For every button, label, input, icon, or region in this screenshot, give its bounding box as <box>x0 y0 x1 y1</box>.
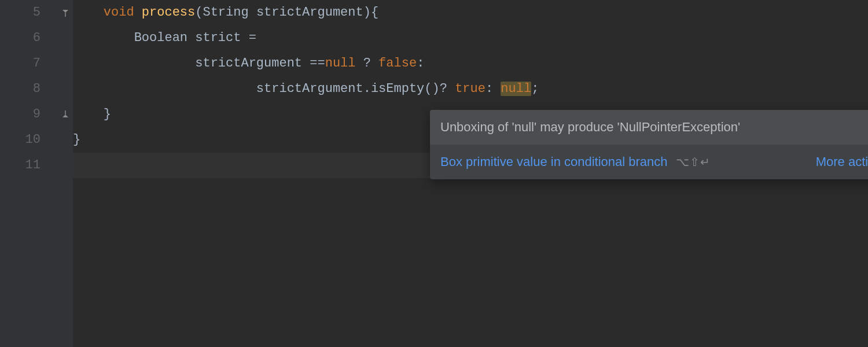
inspection-message: Unboxing of 'null' may produce 'NullPoin… <box>440 120 740 135</box>
equals: = <box>249 31 256 45</box>
fold-toggle-icon[interactable] <box>60 8 71 18</box>
line-number-gutter: 5 6 7 8 9 10 11 <box>0 0 58 347</box>
brace-close: } <box>104 107 111 121</box>
method-name: process <box>142 5 195 20</box>
code-line[interactable]: strictArgument.isEmpty()? true: null; <box>73 76 868 102</box>
more-actions-label: More actions... <box>816 154 868 169</box>
op-eq: == <box>302 56 325 71</box>
line-number: 10 <box>0 127 41 153</box>
inspection-actions-row: Box primitive value in conditional branc… <box>430 145 868 179</box>
quickfix-action[interactable]: Box primitive value in conditional branc… <box>440 154 802 169</box>
var-name: strict <box>195 31 241 45</box>
line-number: 8 <box>0 76 41 102</box>
fold-toggle-icon[interactable] <box>60 109 71 120</box>
semicolon: ; <box>531 82 539 96</box>
svg-marker-3 <box>62 115 68 117</box>
more-actions-link[interactable]: More actions... ⌥↵ <box>816 154 868 169</box>
paren-brace: ){ <box>363 5 378 20</box>
code-area[interactable]: void process(String strictArgument){ Boo… <box>73 0 868 347</box>
quickfix-label: Box primitive value in conditional branc… <box>440 154 668 169</box>
svg-marker-0 <box>62 10 68 13</box>
quickfix-shortcut: ⌥⇧↵ <box>676 155 711 169</box>
line-number: 6 <box>0 25 41 51</box>
code-line[interactable]: void process(String strictArgument){ <box>73 0 868 25</box>
code-line[interactable]: strictArgument ==null ? false: <box>73 51 868 76</box>
keyword-true: true <box>455 82 486 96</box>
line-number: 11 <box>0 153 41 178</box>
keyword-void: void <box>104 5 134 20</box>
inspection-header: Unboxing of 'null' may produce 'NullPoin… <box>430 110 868 145</box>
code-editor[interactable]: 5 6 7 8 9 10 11 void process(String stri… <box>0 0 868 347</box>
line-number: 5 <box>0 0 41 25</box>
type-boolean: Boolean <box>134 31 187 45</box>
paren-open: ( <box>195 5 203 20</box>
method-call: .isEmpty()? <box>363 82 455 96</box>
fold-column <box>58 0 73 347</box>
code-line[interactable]: Boolean strict = <box>73 25 868 51</box>
brace-close: } <box>73 132 80 147</box>
keyword-false: false <box>378 56 417 71</box>
colon: : <box>486 82 501 96</box>
param-name: strictArgument <box>256 5 363 20</box>
identifier: strictArgument <box>195 56 302 71</box>
line-number: 9 <box>0 102 41 127</box>
type-string: String <box>203 5 248 20</box>
identifier: strictArgument <box>256 82 363 96</box>
inspection-popup: Unboxing of 'null' may produce 'NullPoin… <box>430 110 868 179</box>
ternary-q: ? <box>356 56 379 71</box>
warning-highlight-null[interactable]: null <box>501 82 531 96</box>
keyword-null: null <box>325 56 356 71</box>
colon: : <box>417 56 424 71</box>
line-number: 7 <box>0 51 41 76</box>
